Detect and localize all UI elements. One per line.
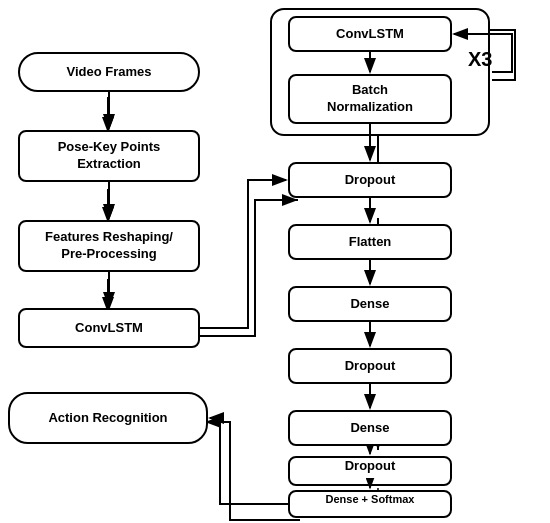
box-dense2: Dense xyxy=(288,410,452,446)
box-flatten-label: Flatten xyxy=(349,234,392,251)
box-convlstm-left: ConvLSTM xyxy=(18,308,200,348)
box-dense1: Dense xyxy=(288,286,452,322)
box-convlstm-right: ConvLSTM xyxy=(288,16,452,52)
box-dropout2-label: Dropout xyxy=(345,358,396,375)
box-features: Features Reshaping/Pre-Processing xyxy=(18,220,200,272)
box-features-label: Features Reshaping/Pre-Processing xyxy=(45,229,173,263)
box-pose-key: Pose-Key PointsExtraction xyxy=(18,130,200,182)
box-dropout2: Dropout xyxy=(288,348,452,384)
diagram: Video Frames Pose-Key PointsExtraction F… xyxy=(0,0,550,523)
box-action-label: Action Recognition xyxy=(48,410,167,427)
box-dropout3: Dropout xyxy=(288,456,452,486)
box-dense2-label: Dense xyxy=(350,420,389,437)
box-pose-key-label: Pose-Key PointsExtraction xyxy=(58,139,161,173)
box-video-frames-label: Video Frames xyxy=(66,64,151,81)
box-dense-softmax: Dense + Softmax xyxy=(288,490,452,518)
box-dense1-label: Dense xyxy=(350,296,389,313)
box-dense-softmax-label: Dense + Softmax xyxy=(326,493,415,505)
box-batch-norm-label: BatchNormalization xyxy=(327,82,413,116)
box-flatten: Flatten xyxy=(288,224,452,260)
box-dropout1-label: Dropout xyxy=(345,172,396,189)
box-action: Action Recognition xyxy=(8,392,208,444)
box-convlstm-right-label: ConvLSTM xyxy=(336,26,404,43)
x3-label: X3 xyxy=(468,48,492,71)
box-video-frames: Video Frames xyxy=(18,52,200,92)
box-batch-norm: BatchNormalization xyxy=(288,74,452,124)
box-dropout1: Dropout xyxy=(288,162,452,198)
box-dropout3-label: Dropout xyxy=(345,458,396,473)
box-convlstm-left-label: ConvLSTM xyxy=(75,320,143,337)
